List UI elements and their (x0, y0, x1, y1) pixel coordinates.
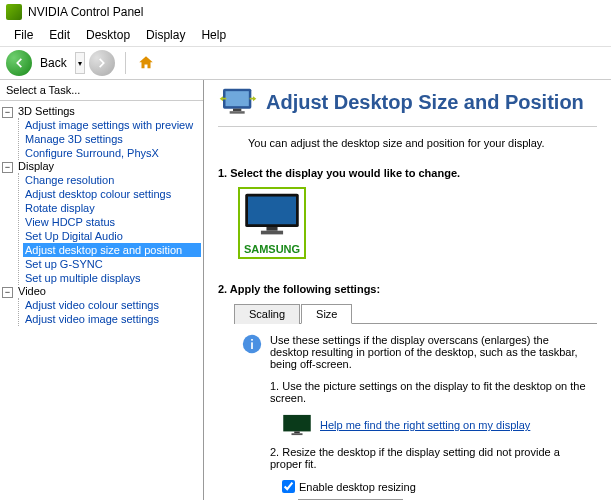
collapse-icon[interactable]: − (2, 107, 13, 118)
tree-item-hdcp-status[interactable]: View HDCP status (23, 215, 201, 229)
tree-group-display: −Display Change resolution Adjust deskto… (2, 160, 201, 285)
toolbar-separator (125, 52, 126, 74)
svg-rect-1 (226, 91, 249, 106)
tree-item-desktop-colour[interactable]: Adjust desktop colour settings (23, 187, 201, 201)
back-history-dropdown[interactable]: ▾ (75, 52, 85, 74)
svg-rect-2 (233, 109, 241, 112)
menu-desktop[interactable]: Desktop (78, 26, 138, 44)
tree-item-adjust-desktop-size[interactable]: Adjust desktop size and position (23, 243, 201, 257)
svg-rect-6 (266, 227, 277, 231)
sub2-label: 2. Resize the desktop if the display set… (270, 446, 589, 470)
tree-item-rotate-display[interactable]: Rotate display (23, 201, 201, 215)
mini-monitor-icon (282, 414, 312, 436)
svg-rect-11 (283, 415, 311, 432)
info-text: Use these settings if the display oversc… (270, 334, 589, 370)
tab-scaling[interactable]: Scaling (234, 304, 300, 324)
toolbar: Back ▾ (0, 47, 611, 80)
sub1-label: 1. Use the picture settings on the displ… (270, 380, 589, 404)
menubar: File Edit Desktop Display Help (0, 24, 611, 47)
tree-group-video: −Video Adjust video colour settings Adju… (2, 285, 201, 326)
svg-rect-13 (292, 433, 303, 435)
task-tree: −3D Settings Adjust image settings with … (0, 101, 203, 500)
menu-edit[interactable]: Edit (41, 26, 78, 44)
page-header: Adjust Desktop Size and Position (218, 86, 597, 127)
titlebar: NVIDIA Control Panel (0, 0, 611, 24)
tree-group-3d-settings: −3D Settings Adjust image settings with … (2, 105, 201, 160)
menu-display[interactable]: Display (138, 26, 193, 44)
enable-desktop-resizing-label: Enable desktop resizing (299, 481, 416, 493)
back-label: Back (40, 56, 67, 70)
tree-item-video-image[interactable]: Adjust video image settings (23, 312, 201, 326)
collapse-icon[interactable]: − (2, 287, 13, 298)
collapse-icon[interactable]: − (2, 162, 13, 173)
back-button[interactable] (6, 50, 32, 76)
enable-desktop-resizing-checkbox[interactable] (282, 480, 295, 493)
app-title: NVIDIA Control Panel (28, 5, 143, 19)
svg-rect-7 (261, 231, 283, 235)
tree-item-gsync[interactable]: Set up G-SYNC (23, 257, 201, 271)
tab-size[interactable]: Size (301, 304, 352, 324)
step2-title: 2. Apply the following settings: (218, 283, 597, 295)
menu-file[interactable]: File (6, 26, 41, 44)
sidebar-header: Select a Task... (0, 80, 203, 101)
help-find-setting-link[interactable]: Help me find the right setting on my dis… (320, 419, 530, 431)
svg-rect-12 (294, 431, 300, 433)
svg-rect-10 (251, 339, 253, 341)
page-title: Adjust Desktop Size and Position (266, 91, 584, 114)
tree-item-adjust-image-preview[interactable]: Adjust image settings with preview (23, 118, 201, 132)
tree-item-change-resolution[interactable]: Change resolution (23, 173, 201, 187)
display-name: SAMSUNG (242, 243, 302, 255)
home-button[interactable] (136, 53, 156, 73)
svg-rect-5 (248, 197, 296, 225)
step1-title: 1. Select the display you would like to … (218, 167, 597, 179)
tree-group-label[interactable]: Display (16, 159, 56, 173)
content-pane: Adjust Desktop Size and Position You can… (204, 80, 611, 500)
svg-rect-3 (230, 111, 245, 114)
tree-item-video-colour[interactable]: Adjust video colour settings (23, 298, 201, 312)
svg-rect-9 (251, 342, 253, 349)
page-description: You can adjust the desktop size and posi… (248, 137, 597, 149)
monitor-position-icon (218, 86, 258, 118)
nvidia-icon (6, 4, 22, 20)
menu-help[interactable]: Help (193, 26, 234, 44)
tree-item-manage-3d[interactable]: Manage 3D settings (23, 132, 201, 146)
settings-tabs: Scaling Size Use these settings if the d… (234, 303, 597, 500)
tab-size-panel: Use these settings if the display oversc… (234, 324, 597, 500)
tree-item-digital-audio[interactable]: Set Up Digital Audio (23, 229, 201, 243)
forward-button[interactable] (89, 50, 115, 76)
tree-group-label[interactable]: 3D Settings (16, 104, 77, 118)
sidebar: Select a Task... −3D Settings Adjust ima… (0, 80, 204, 500)
monitor-icon (242, 191, 302, 239)
display-selector[interactable]: SAMSUNG (238, 187, 306, 259)
tree-item-surround-physx[interactable]: Configure Surround, PhysX (23, 146, 201, 160)
tree-group-label[interactable]: Video (16, 284, 48, 298)
info-icon (242, 334, 262, 354)
tree-item-multiple-displays[interactable]: Set up multiple displays (23, 271, 201, 285)
